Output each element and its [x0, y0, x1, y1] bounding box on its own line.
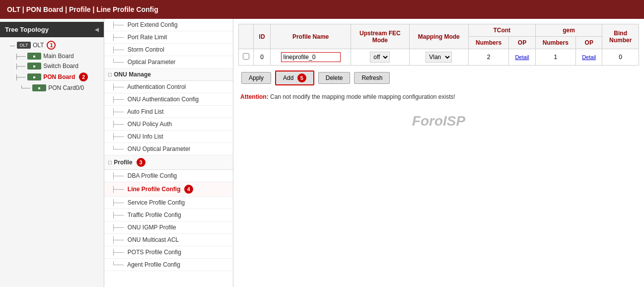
olt-badge: 1: [47, 41, 56, 50]
th-profile-name: Profile Name: [271, 24, 351, 49]
main-board-label: Main Board: [43, 53, 73, 60]
nav-auto-find[interactable]: ├── Auto Find List: [104, 106, 233, 118]
main-content: ID Profile Name Upstream FECMode Mapping…: [233, 19, 644, 287]
nav-onu-optical[interactable]: └── ONU Optical Parameter: [104, 143, 233, 155]
nav-section-onu-manage[interactable]: □ ONU Manage: [104, 69, 233, 81]
profile-table: ID Profile Name Upstream FECMode Mapping…: [238, 24, 639, 66]
add-button[interactable]: Add 5: [275, 71, 314, 85]
nav-dba-profile-label: DBA Profile Config: [128, 172, 177, 179]
line-profile-badge: 4: [184, 185, 193, 194]
row-profile-name-cell[interactable]: [271, 49, 351, 66]
row-gem-op[interactable]: Detail: [576, 49, 602, 66]
nav-auth-control[interactable]: ├── Authentication Control: [104, 81, 233, 93]
mapping-mode-select[interactable]: Vlan Gem: [426, 52, 452, 63]
nav-onu-multicast[interactable]: ├── ONU Multicast ACL: [104, 234, 233, 246]
th-gem-numbers: Numbers: [535, 37, 575, 49]
row-upstream-fec-cell[interactable]: off on: [351, 49, 409, 66]
action-bar: Apply Add 5 Delete Refresh: [238, 66, 639, 90]
nav-auth-control-label: Authentication Control: [127, 83, 186, 90]
row-tcont-numbers: 2: [468, 49, 508, 66]
nav-section-onu-manage-label: ONU Manage: [114, 71, 151, 78]
nav-section-profile[interactable]: □ Profile 3: [104, 155, 233, 170]
watermark-text: ForoISP: [412, 113, 465, 129]
attention-text: Can not modify the mapping mode while ma…: [270, 93, 455, 100]
nav-dba-profile[interactable]: ├── DBA Profile Config: [104, 170, 233, 182]
main-board-icon: ■: [27, 53, 41, 60]
th-id: ID: [254, 24, 271, 49]
switch-board-icon: ■: [27, 63, 41, 70]
row-gem-numbers: 1: [535, 49, 575, 66]
row-checkbox-cell[interactable]: [239, 49, 254, 66]
th-gem: gem: [535, 24, 602, 37]
attention-prefix: Attention:: [240, 93, 269, 100]
nav-storm-control[interactable]: ├── Storm Control: [104, 44, 233, 56]
nav-line-profile[interactable]: ├── Line Profile Config 4: [104, 182, 233, 197]
add-button-label: Add: [283, 74, 293, 81]
nav-service-profile-label: Service Profile Config: [128, 199, 185, 206]
attention-message: Attention: Can not modify the mapping mo…: [238, 90, 639, 103]
gem-detail-link[interactable]: Detail: [582, 54, 596, 60]
nav-port-rate-label: Port Rate Limit: [128, 34, 167, 41]
th-tcont-numbers: Numbers: [468, 37, 508, 49]
pon-board-badge: 2: [79, 72, 88, 81]
th-tcont: TCont: [468, 24, 535, 37]
row-mapping-mode-cell[interactable]: Vlan Gem: [409, 49, 468, 66]
olt-icon: OLT: [17, 42, 31, 49]
nav-optical-param[interactable]: └── Optical Parameter: [104, 56, 233, 69]
nav-service-profile[interactable]: ├── Service Profile Config: [104, 197, 233, 209]
pon-board-icon: ■: [27, 73, 41, 80]
add-badge: 5: [297, 73, 306, 82]
nav-port-rate[interactable]: ├── Port Rate Limit: [104, 31, 233, 44]
sidebar-collapse-arrow[interactable]: ◀: [95, 27, 99, 32]
apply-button[interactable]: Apply: [241, 72, 271, 84]
pon-board-label: PON Board: [43, 73, 75, 80]
breadcrumb: OLT | PON Board | Profile | Line Profile…: [7, 5, 158, 13]
nav-traffic-profile-label: Traffic Profile Config: [128, 212, 181, 218]
sidebar: Tree Topology ◀ — OLT OLT 1 ├── ■ Main B…: [0, 19, 104, 287]
tree-node-main-board[interactable]: ├── ■ Main Board: [0, 51, 104, 61]
nav-agent-profile[interactable]: └── Agent Profile Config: [104, 259, 233, 271]
tree-node-pon-board[interactable]: ├── ■ PON Board 2: [0, 71, 104, 83]
nav-storm-control-label: Storm Control: [128, 46, 164, 53]
nav-onu-auth-config[interactable]: ├── ONU Authentication Config: [104, 93, 233, 106]
nav-onu-auth-config-label: ONU Authentication Config: [128, 96, 199, 103]
nav-onu-info[interactable]: ├── ONU Info List: [104, 131, 233, 143]
refresh-button[interactable]: Refresh: [354, 72, 390, 84]
th-tcont-op: OP: [509, 37, 535, 49]
nav-traffic-profile[interactable]: ├── Traffic Profile Config: [104, 209, 233, 221]
tree-node-switch-board[interactable]: ├── ■ Switch Board: [0, 61, 104, 71]
sidebar-title-label: Tree Topology: [5, 26, 49, 33]
delete-button[interactable]: Delete: [318, 72, 351, 84]
nav-optical-param-label: Optical Parameter: [128, 59, 176, 66]
watermark: ForoISP: [238, 103, 639, 139]
th-bind-number: BindNumber: [602, 24, 639, 49]
top-bar: OLT | PON Board | Profile | Line Profile…: [0, 0, 644, 19]
nav-port-extend-label: Port Extend Config: [128, 21, 178, 28]
nav-onu-igmp-label: ONU IGMP Profile: [128, 224, 176, 231]
nav-pots-profile[interactable]: ├── POTS Profile Config: [104, 246, 233, 259]
row-checkbox[interactable]: [243, 53, 249, 60]
table-row: 0 off on Vlan: [239, 49, 639, 66]
th-upstream-fec: Upstream FECMode: [351, 24, 409, 49]
switch-board-label: Switch Board: [43, 63, 78, 70]
nav-onu-policy[interactable]: ├── ONU Policy Auth: [104, 118, 233, 131]
nav-line-profile-label: Line Profile Config: [128, 186, 181, 193]
pon-card-label: PON Card0/0: [48, 84, 84, 91]
nav-tree: ├── Port Extend Config ├── Port Rate Lim…: [104, 19, 233, 287]
th-gem-op: OP: [576, 37, 602, 49]
nav-onu-policy-label: ONU Policy Auth: [128, 121, 172, 128]
nav-onu-igmp[interactable]: ├── ONU IGMP Profile: [104, 221, 233, 234]
tcont-detail-link[interactable]: Detail: [515, 54, 529, 60]
row-tcont-op[interactable]: Detail: [509, 49, 535, 66]
tree-node-pon-card[interactable]: └── ■ PON Card0/0: [0, 83, 104, 93]
pon-card-icon: ■: [32, 84, 46, 91]
nav-auto-find-label: Auto Find List: [127, 108, 163, 115]
upstream-fec-select[interactable]: off on: [370, 52, 390, 63]
tree-node-olt[interactable]: — OLT OLT 1: [0, 39, 104, 51]
nav-port-extend[interactable]: ├── Port Extend Config: [104, 19, 233, 31]
nav-agent-profile-label: Agent Profile Config: [127, 261, 180, 268]
sidebar-title: Tree Topology ◀: [0, 22, 104, 37]
nav-onu-multicast-label: ONU Multicast ACL: [128, 236, 179, 243]
profile-name-input[interactable]: [281, 52, 341, 62]
th-mapping-mode: Mapping Mode: [409, 24, 468, 49]
